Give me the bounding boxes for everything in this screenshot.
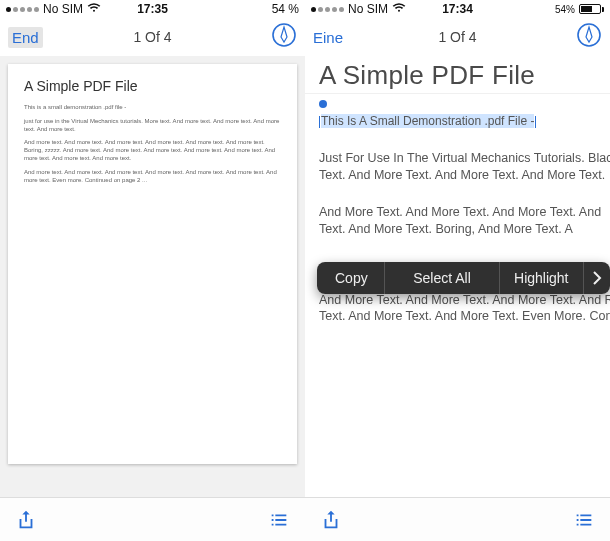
doc-line: Text. And More Text. Boring, And More Te… <box>319 221 610 238</box>
share-button[interactable] <box>14 508 38 532</box>
text-cursor-icon <box>535 116 536 128</box>
carrier-label: No SIM <box>348 2 388 16</box>
doc-line: Text. And More Text. And More Text. And … <box>319 167 610 184</box>
doc-title-large: A Simple PDF File <box>305 56 610 93</box>
outline-button[interactable] <box>267 508 291 532</box>
right-screen: No SIM 17:34 54% Eine 1 Of 4 A Simple PD… <box>305 0 610 541</box>
doc-line: Text. And More Text. And More Text. Even… <box>319 308 610 325</box>
pen-icon <box>271 22 297 48</box>
annotate-button[interactable] <box>271 22 297 52</box>
wifi-icon <box>87 2 101 16</box>
battery-percent: 54 % <box>272 2 299 16</box>
annotate-button[interactable] <box>576 22 602 52</box>
left-screen: No SIM 17:35 54 % End 1 Of 4 A Simple PD… <box>0 0 305 541</box>
share-button[interactable] <box>319 508 343 532</box>
divider <box>305 93 610 94</box>
pen-icon <box>576 22 602 48</box>
nav-bar: End 1 Of 4 <box>0 18 305 56</box>
signal-dots-icon <box>6 7 39 12</box>
doc-paragraph[interactable]: And More Text. And More Text. And More T… <box>305 198 610 244</box>
doc-line: And more text. And more text. And more t… <box>24 169 281 185</box>
nav-bar: Eine 1 Of 4 <box>305 18 610 56</box>
text-selection: This Is A Small Demonstration .pdf File … <box>321 114 534 128</box>
selected-text-line[interactable]: This Is A Small Demonstration .pdf File … <box>305 110 610 132</box>
doc-line: And more text. And more text. And more t… <box>24 139 281 162</box>
battery-percent: 54% <box>555 4 575 15</box>
share-icon <box>320 509 342 531</box>
bottom-toolbar <box>305 497 610 541</box>
carrier-label: No SIM <box>43 2 83 16</box>
document-viewport[interactable]: A Simple PDF File This is a small demons… <box>0 56 305 500</box>
status-time: 17:34 <box>442 2 473 16</box>
share-icon <box>15 509 37 531</box>
doc-line: Just For Use In The Virtual Mechanics Tu… <box>319 151 610 165</box>
outline-button[interactable] <box>572 508 596 532</box>
status-bar: No SIM 17:34 54% <box>305 0 610 18</box>
signal-dots-icon <box>311 7 344 12</box>
context-menu: Copy Select All Highlight <box>317 262 610 294</box>
context-menu-copy[interactable]: Copy <box>317 262 385 294</box>
doc-title: A Simple PDF File <box>24 78 281 94</box>
wifi-icon <box>392 2 406 16</box>
selection-handle-top-icon[interactable] <box>319 100 327 108</box>
back-button[interactable]: Eine <box>313 29 343 46</box>
bottom-toolbar <box>0 497 305 541</box>
doc-line: And More Text. And More Text. And More T… <box>319 293 610 307</box>
context-menu-more[interactable] <box>584 262 610 294</box>
context-menu-highlight[interactable]: Highlight <box>500 262 583 294</box>
doc-paragraph[interactable]: Just For Use In The Virtual Mechanics Tu… <box>305 144 610 190</box>
doc-line: just for use in the Virtual Mechanics tu… <box>24 118 281 134</box>
document-viewport-zoomed[interactable]: A Simple PDF File This Is A Small Demons… <box>305 56 610 500</box>
status-time: 17:35 <box>137 2 168 16</box>
status-bar: No SIM 17:35 54 % <box>0 0 305 18</box>
list-icon <box>573 509 595 531</box>
list-icon <box>268 509 290 531</box>
battery-icon <box>579 4 604 14</box>
context-menu-select-all[interactable]: Select All <box>385 262 500 294</box>
text-cursor-icon <box>319 116 320 128</box>
doc-line: And More Text. And More Text. And More T… <box>319 205 601 219</box>
back-button[interactable]: End <box>8 27 43 48</box>
pdf-page-1: A Simple PDF File This is a small demons… <box>8 64 297 464</box>
page-indicator: 1 Of 4 <box>438 29 476 45</box>
chevron-right-icon <box>592 271 602 285</box>
doc-line: This is a small demonstration .pdf file … <box>24 104 281 112</box>
page-indicator: 1 Of 4 <box>133 29 171 45</box>
